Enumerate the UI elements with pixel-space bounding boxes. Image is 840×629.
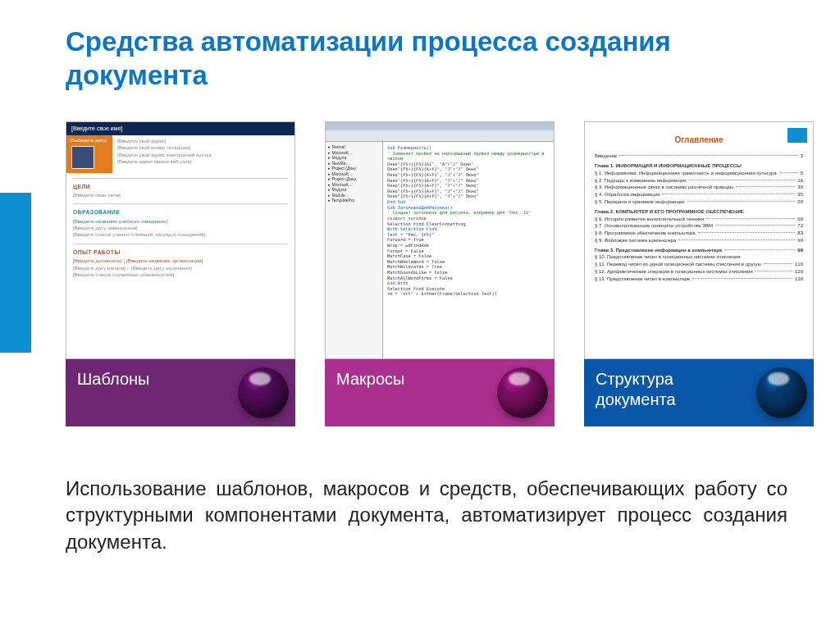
tpl-work3: [Введите список служебных обязанностей] xyxy=(73,271,288,278)
card-templates: [Введите свое имя] [Выберите дату] [Введ… xyxy=(66,121,295,426)
card-label-bar: Шаблоны xyxy=(66,359,295,426)
vb-project-tree: ▸ Normal▸ Microsoft…▸ Модули▸ NewMa…▸ Pr… xyxy=(326,142,383,358)
toc-heading: Оглавление xyxy=(595,135,803,145)
card-label-bar: Макросы xyxy=(325,359,555,426)
slide-title: Средства автоматизации процесса создания… xyxy=(66,25,788,93)
thumb-code: ▸ Normal▸ Microsoft…▸ Модули▸ NewMa…▸ Pr… xyxy=(325,121,555,359)
card-label-bar: Структура документа xyxy=(584,359,814,426)
tpl-contact-fields: [Введите свой адрес][Введите свой номер … xyxy=(112,135,294,172)
tpl-work-h: ОПЫТ РАБОТЫ xyxy=(73,249,288,256)
orb-icon xyxy=(497,367,548,418)
card-structure: Оглавление Введение3Глава 1. ИНФОРМАЦИЯ … xyxy=(584,121,814,426)
tpl-work1: [Введите должность] | [Введите название … xyxy=(73,258,288,264)
orb-icon xyxy=(756,367,807,418)
tpl-avatar xyxy=(71,146,94,169)
tpl-work2: [Введите дату начала] – [Введите дату ок… xyxy=(73,265,288,271)
card-label: Структура документа xyxy=(596,369,743,410)
body-paragraph: Использование шаблонов, макросов и средс… xyxy=(66,476,788,555)
tpl-date-cell: [Выберите дату] xyxy=(66,135,112,172)
tpl-goals: [Введите свои цели] xyxy=(73,192,288,198)
toc-corner xyxy=(788,128,807,143)
vb-titlebar xyxy=(326,122,554,130)
tpl-goals-h: ЦЕЛИ xyxy=(73,184,288,190)
vb-code-pane: Sub Размерность()' Заменяет пробел на не… xyxy=(383,142,554,358)
tpl-date-label: [Выберите дату] xyxy=(70,138,109,144)
vb-toolbar xyxy=(326,130,554,142)
accent-sidebar xyxy=(0,193,31,353)
tpl-name: [Введите свое имя] xyxy=(66,122,294,135)
tpl-edu1: [Введите название учебного заведения] xyxy=(73,218,288,225)
card-label: Макросы xyxy=(336,369,404,390)
tpl-edu-h: ОБРАЗОВАНИЕ xyxy=(73,209,288,216)
card-macros: ▸ Normal▸ Microsoft…▸ Модули▸ NewMa…▸ Pr… xyxy=(325,121,555,426)
orb-icon xyxy=(238,367,289,418)
tpl-edu2: [Введите дату завершения] xyxy=(73,225,288,231)
thumb-template: [Введите свое имя] [Выберите дату] [Введ… xyxy=(66,121,295,359)
card-label: Шаблоны xyxy=(77,369,149,390)
thumb-toc: Оглавление Введение3Глава 1. ИНФОРМАЦИЯ … xyxy=(584,121,814,359)
cards-row: [Введите свое имя] [Выберите дату] [Введ… xyxy=(66,121,814,426)
tpl-edu3: [Введите список ученых степеней, наград … xyxy=(73,231,288,238)
toc-rows: Введение3Глава 1. ИНФОРМАЦИЯ И ИНФОРМАЦИ… xyxy=(595,153,803,282)
